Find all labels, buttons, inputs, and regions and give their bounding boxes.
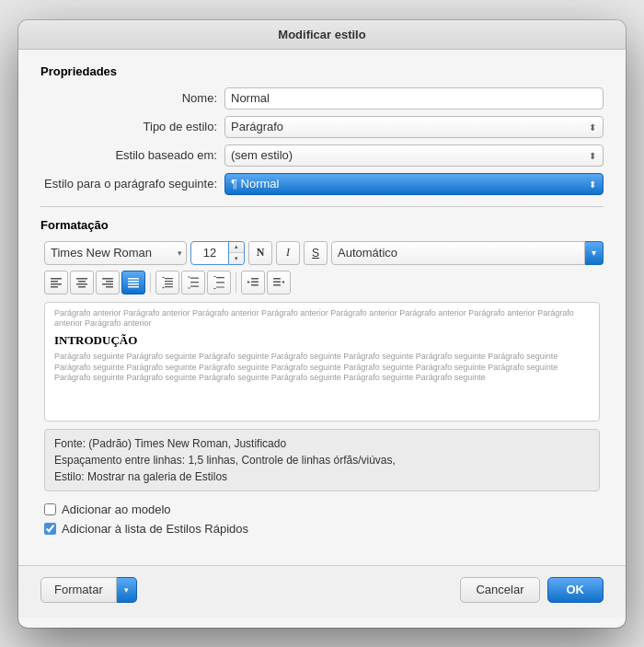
font-size-down-button[interactable]: ▾ (229, 252, 244, 264)
svg-marker-31 (213, 288, 216, 289)
svg-marker-26 (188, 287, 190, 289)
svg-rect-22 (190, 277, 199, 278)
preview-next-text: Parágrafo seguinte Parágrafo seguinte Pa… (54, 352, 590, 384)
properties-title: Propriedades (40, 64, 604, 78)
indent-increase-button[interactable] (267, 271, 291, 295)
next-paragraph-label: Estilo para o parágrafo seguinte: (40, 177, 224, 191)
color-dropdown-chevron-icon: ▾ (592, 248, 596, 258)
underline-label: S (312, 247, 319, 260)
svg-rect-2 (51, 283, 62, 285)
line-spacing-2-button[interactable] (181, 271, 205, 295)
modify-style-dialog: Modificar estilo Propriedades Nome: Tipo… (18, 20, 626, 628)
cancel-button[interactable]: Cancelar (460, 577, 539, 603)
indent-decrease-button[interactable] (241, 271, 265, 295)
svg-rect-7 (78, 286, 86, 288)
font-size-arrows: ▴ ▾ (229, 241, 245, 265)
next-paragraph-row: Estilo para o parágrafo seguinte: ¶ Norm… (40, 173, 604, 195)
font-toolbar: Times New Roman ▾ ▴ ▾ N (40, 241, 604, 265)
based-on-select-wrap: (sem estilo) ⬍ (224, 144, 604, 167)
svg-rect-23 (190, 282, 199, 283)
next-paragraph-select[interactable]: ¶ Normal (224, 173, 604, 195)
ok-button[interactable]: OK (547, 577, 604, 603)
svg-rect-5 (78, 281, 86, 283)
preview-area: Parágrafo anterior Parágrafo anterior Pa… (44, 302, 600, 422)
footer-right: Cancelar OK (460, 577, 604, 603)
align-left-button[interactable] (44, 271, 68, 295)
svg-rect-11 (106, 286, 113, 288)
name-row: Nome: (40, 87, 604, 110)
title-bar: Modificar estilo (18, 20, 626, 50)
align-divider (150, 272, 151, 293)
line-spacing-3-button[interactable] (207, 271, 231, 295)
style-type-select[interactable]: Parágrafo (224, 116, 604, 138)
svg-rect-15 (128, 286, 139, 288)
svg-rect-24 (190, 285, 199, 286)
line-spacing-3-icon (213, 276, 225, 289)
line-spacing-1-button[interactable] (155, 271, 179, 295)
align-right-button[interactable] (96, 271, 120, 295)
font-size-up-button[interactable]: ▴ (229, 242, 244, 253)
svg-rect-19 (165, 286, 173, 287)
style-type-select-wrap: Parágrafo ⬍ (224, 116, 604, 138)
properties-section: Propriedades Nome: Tipo de estilo: Parág… (40, 64, 604, 195)
align-justify-icon (127, 276, 140, 289)
align-justify-button[interactable] (121, 271, 145, 295)
color-wrap: Automático ▾ (331, 241, 604, 265)
based-on-row: Estilo baseado em: (sem estilo) ⬍ (40, 144, 604, 167)
svg-rect-10 (102, 283, 113, 285)
svg-rect-17 (165, 281, 173, 282)
align-center-icon (75, 276, 88, 289)
svg-rect-14 (128, 283, 139, 285)
add-to-model-checkbox[interactable] (44, 503, 56, 515)
next-paragraph-select-wrap: ¶ Normal ⬍ (224, 173, 604, 195)
svg-marker-25 (188, 276, 190, 278)
add-to-model-label: Adicionar ao modelo (62, 503, 171, 516)
name-input-wrap (224, 87, 604, 110)
info-line-2: Espaçamento entre linhas: 1,5 linhas, Co… (54, 452, 590, 468)
font-name-select[interactable]: Times New Roman (44, 241, 187, 265)
svg-rect-34 (251, 284, 259, 286)
svg-rect-12 (128, 278, 139, 280)
format-button[interactable]: Formatar (40, 577, 117, 603)
svg-rect-0 (51, 278, 62, 280)
svg-rect-4 (76, 278, 87, 280)
underline-button[interactable]: S (304, 241, 328, 265)
svg-rect-29 (216, 286, 224, 287)
font-size-wrap: ▴ ▾ (190, 241, 245, 265)
format-dropdown-chevron-icon: ▾ (124, 585, 129, 595)
bold-button[interactable]: N (248, 241, 272, 265)
bold-label: N (257, 246, 265, 260)
svg-marker-39 (282, 281, 284, 283)
svg-rect-27 (216, 277, 224, 278)
spacing-divider (236, 272, 236, 293)
svg-marker-20 (162, 276, 165, 278)
svg-rect-16 (165, 278, 173, 279)
name-input[interactable] (224, 87, 604, 110)
svg-rect-13 (128, 281, 139, 283)
font-size-input[interactable] (190, 241, 229, 265)
color-dropdown-button[interactable]: ▾ (585, 241, 604, 265)
next-paragraph-wrap: ¶ Normal ⬍ (224, 173, 604, 195)
section-divider-1 (40, 206, 604, 207)
style-type-row: Tipo de estilo: Parágrafo ⬍ (40, 116, 604, 138)
style-type-label: Tipo de estilo: (40, 120, 224, 133)
line-spacing-2-icon (187, 276, 200, 289)
svg-marker-30 (213, 276, 216, 277)
preview-prev-text: Parágrafo anterior Parágrafo anterior Pa… (54, 308, 590, 329)
color-select[interactable]: Automático (331, 241, 585, 265)
based-on-select[interactable]: (sem estilo) (224, 144, 604, 167)
svg-rect-6 (76, 283, 87, 285)
svg-marker-21 (162, 287, 165, 289)
info-line-3: Estilo: Mostrar na galeria de Estilos (54, 468, 590, 485)
format-dropdown-button[interactable]: ▾ (117, 577, 137, 603)
svg-rect-18 (165, 283, 173, 284)
preview-current-text: INTRODUÇÃO (54, 333, 590, 348)
align-right-icon (101, 276, 114, 289)
add-to-quick-checkbox[interactable] (44, 523, 56, 535)
italic-button[interactable]: I (276, 241, 300, 265)
align-center-button[interactable] (70, 271, 94, 295)
svg-rect-3 (51, 286, 58, 288)
font-name-wrap: Times New Roman ▾ (44, 241, 187, 265)
name-label: Nome: (40, 91, 224, 105)
italic-label: I (286, 246, 290, 260)
